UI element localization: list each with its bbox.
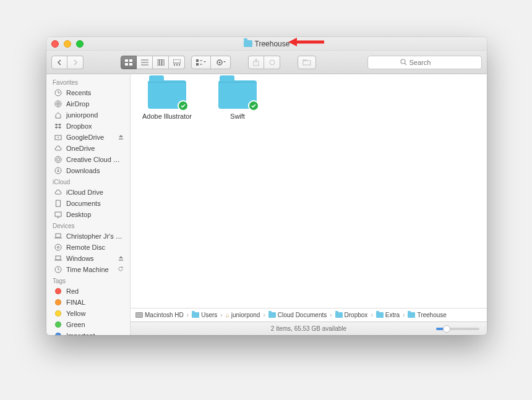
laptop-icon [54, 255, 62, 262]
view-mode-buttons [121, 56, 185, 69]
arrange-action-buttons [191, 56, 231, 69]
path-segment[interactable]: Treehouse [408, 312, 446, 318]
svg-rect-8 [160, 59, 161, 66]
cloud-icon [54, 189, 62, 196]
sidebar-item[interactable]: Creative Cloud Files [46, 154, 130, 165]
sidebar-item[interactable]: Green [46, 319, 130, 330]
close-button[interactable] [51, 40, 59, 48]
drive-icon [54, 134, 62, 141]
path-segment[interactable]: ⌂juniorpond [226, 312, 260, 318]
tag-dot-icon [54, 310, 62, 317]
window-title-text: Treehouse [255, 40, 290, 48]
sidebar-item[interactable]: Important [46, 330, 130, 335]
sidebar-item[interactable]: Time Machine [46, 264, 130, 275]
sidebar-item-label: FINAL [66, 299, 124, 306]
icon-size-slider[interactable] [436, 328, 479, 330]
svg-point-29 [58, 103, 59, 104]
sidebar-item-label: Time Machine [66, 266, 114, 273]
eject-icon[interactable] [118, 255, 124, 262]
forward-button[interactable] [67, 56, 84, 69]
sidebar-item-label: iCloud Drive [66, 189, 124, 196]
sidebar-item-label: Remote Disc [66, 244, 124, 251]
sidebar-item[interactable]: Red [46, 286, 130, 297]
dropbox-button[interactable] [298, 56, 316, 69]
sidebar-item[interactable]: Downloads [46, 165, 130, 176]
search-input[interactable] [410, 59, 450, 66]
sidebar-section-header: Devices [46, 220, 130, 231]
back-button[interactable] [51, 56, 67, 69]
disc-icon [54, 244, 62, 251]
svg-rect-10 [173, 59, 181, 63]
search-field[interactable] [367, 56, 482, 69]
svg-point-19 [218, 61, 220, 63]
sidebar-item[interactable]: OneDrive [46, 143, 130, 154]
gallery-view-button[interactable] [169, 56, 185, 69]
sidebar-item[interactable]: iCloud Drive [46, 187, 130, 198]
path-label: Treehouse [417, 312, 446, 318]
sidebar-item[interactable]: FINAL [46, 297, 130, 308]
tag-dot-icon [54, 288, 62, 294]
sidebar-item[interactable]: AirDrop [46, 98, 130, 109]
tag-dot-icon [54, 321, 62, 328]
folder-label: Swift [210, 113, 265, 120]
svg-rect-7 [157, 59, 159, 66]
minimize-button[interactable] [64, 40, 71, 48]
sidebar-item[interactable]: Windows [46, 253, 130, 264]
downloads-icon [54, 167, 62, 174]
sidebar-section-header: iCloud [46, 176, 130, 187]
search-icon [400, 59, 407, 66]
sidebar-item-label: Yellow [66, 310, 124, 317]
sidebar-item-label: GoogleDrive [66, 134, 114, 141]
content-area[interactable]: Adobe IllustratorSwift [131, 74, 487, 308]
sidebar-item-label: Documents [66, 200, 124, 207]
sidebar-item-label: Red [66, 287, 124, 295]
sidebar-item[interactable]: Desktop [46, 209, 130, 220]
sidebar-item-label: Desktop [66, 211, 124, 218]
sidebar-item-label: Recents [66, 89, 124, 96]
finder-window: Treehouse FavoritesR [46, 37, 487, 335]
sidebar-item[interactable]: Remote Disc [46, 242, 130, 253]
column-view-button[interactable] [153, 56, 169, 69]
folder-icon [148, 80, 186, 109]
svg-rect-9 [162, 59, 164, 66]
laptop-icon [54, 232, 62, 240]
svg-point-31 [58, 137, 59, 138]
sidebar-item-label: Creative Cloud Files [66, 156, 124, 163]
sidebar-item[interactable]: Documents [46, 198, 130, 209]
sidebar-item[interactable]: juniorpond [46, 109, 130, 121]
sidebar-item-label: juniorpond [66, 111, 124, 119]
eject-icon[interactable] [118, 134, 124, 141]
sidebar-item[interactable]: Recents [46, 87, 130, 98]
status-text: 2 items, 65.53 GB available [271, 325, 346, 332]
airdrop-icon [54, 100, 62, 108]
path-separator: › [186, 312, 190, 318]
arrange-button[interactable] [191, 56, 211, 69]
list-view-button[interactable] [137, 56, 153, 69]
cc-icon [54, 156, 62, 163]
share-button[interactable] [248, 56, 264, 69]
svg-rect-38 [56, 234, 61, 237]
path-separator: › [219, 312, 223, 318]
refresh-icon[interactable] [118, 266, 124, 273]
path-label: Cloud Documents [278, 312, 327, 318]
path-segment[interactable]: Dropbox [335, 312, 368, 318]
maximize-button[interactable] [76, 40, 84, 48]
action-button[interactable] [211, 56, 231, 69]
sidebar-section-header: Favorites [46, 77, 130, 87]
path-segment[interactable]: Extra [376, 312, 400, 318]
svg-point-32 [55, 156, 61, 163]
path-segment[interactable]: Macintosh HD [135, 312, 184, 318]
path-segment[interactable]: Cloud Documents [268, 312, 327, 318]
icon-view-button[interactable] [121, 56, 137, 69]
sidebar-item[interactable]: Yellow [46, 308, 130, 319]
folder-icon [244, 40, 252, 47]
path-segment[interactable]: Users [192, 312, 217, 318]
folder-item[interactable]: Adobe Illustrator [139, 80, 195, 120]
sidebar-item[interactable]: Christopher Jr's Ret… [46, 231, 130, 242]
tags-button[interactable] [264, 56, 280, 69]
path-label: Users [201, 312, 217, 318]
sidebar-item[interactable]: Dropbox [46, 121, 130, 132]
folder-item[interactable]: Swift [210, 80, 265, 120]
sidebar-item[interactable]: GoogleDrive [46, 132, 130, 143]
cloud-icon [54, 145, 62, 152]
